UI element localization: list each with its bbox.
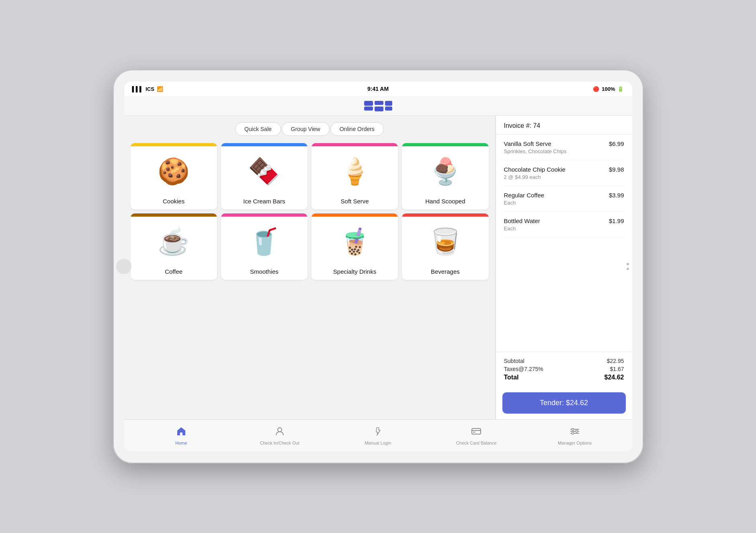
product-card-beverages[interactable]: 🥃 Beverages [402,213,488,280]
coffee-icon: ☕ [158,227,190,257]
product-card-softserve[interactable]: 🍦 Soft Serve [311,143,398,209]
tax-label: Taxes@7.275% [504,366,543,372]
product-card-specialtydrinks[interactable]: 🧋 Specialty Drinks [311,213,398,280]
carrier-label: ICS [145,86,154,92]
checkcardbalance-icon [471,426,481,439]
nav-item-checkin[interactable]: Check In/Check Out [230,426,329,445]
card-image-coffee: ☕ [131,217,217,265]
checkcardbalance-nav-label: Check Card Balance [456,441,497,445]
svg-rect-1 [364,107,373,111]
tab-navigation: Quick Sale Group View Online Orders [131,122,489,136]
bluetooth-icon: 🔴 [593,86,599,92]
svg-point-6 [278,428,282,432]
card-color-bar [131,213,217,217]
item-name-water: Bottled Water [504,217,540,224]
card-image-icecreambars: 🍫 [221,146,307,195]
main-content: Quick Sale Group View Online Orders 🍪 Co… [124,116,632,419]
tender-button[interactable]: Tender: $24.62 [502,392,626,414]
item-price-water: $1.99 [609,217,624,224]
invoice-item-row: Bottled Water $1.99 [504,217,624,224]
tab-online-orders[interactable]: Online Orders [330,122,384,136]
bottom-navigation: Home Check In/Check Out Manual Logi [124,419,632,451]
product-card-cookies[interactable]: 🍪 Cookies [131,143,217,209]
card-color-bar [221,213,307,217]
svg-point-15 [572,432,574,434]
beverages-icon: 🥃 [429,227,461,257]
item-desc-coffee: Each [504,200,624,206]
card-image-specialtydrinks: 🧋 [311,217,398,265]
card-color-bar [402,143,488,146]
battery-icon: 🔋 [617,86,624,92]
item-name-vanilla: Vanilla Soft Serve [504,140,551,147]
item-name-cookie: Chocolate Chip Cookie [504,166,565,173]
product-card-smoothies[interactable]: 🥤 Smoothies [221,213,307,280]
status-time: 9:41 AM [367,86,389,92]
logo-svg [364,100,392,111]
ipad-screen: ▌▌▌ ICS 📶 9:41 AM 🔴 100% 🔋 [124,82,632,451]
checkin-icon [275,426,285,439]
checkin-nav-label: Check In/Check Out [260,441,299,445]
status-left: ▌▌▌ ICS 📶 [132,86,163,92]
scroll-dot-1 [627,263,629,265]
handscooped-icon: 🍨 [429,156,461,187]
product-label-icecreambars: Ice Cream Bars [221,195,307,209]
tab-quick-sale[interactable]: Quick Sale [235,122,281,136]
manuallogin-icon [373,426,383,439]
total-row: Total $24.62 [504,374,624,381]
ipad-frame: ▌▌▌ ICS 📶 9:41 AM 🔴 100% 🔋 [113,70,643,463]
wifi-icon: 📶 [157,86,163,92]
tab-group-view[interactable]: Group View [282,122,330,136]
svg-rect-0 [364,101,373,106]
invoice-item-row: Chocolate Chip Cookie $9.98 [504,166,624,173]
product-card-icecreambars[interactable]: 🍫 Ice Cream Bars [221,143,307,209]
nav-item-checkcardbalance[interactable]: Check Card Balance [427,426,526,445]
product-label-smoothies: Smoothies [221,265,307,280]
status-right: 🔴 100% 🔋 [593,86,624,92]
product-card-handscooped[interactable]: 🍨 Hand Scooped [402,143,488,209]
manageroptions-icon [570,426,580,439]
scroll-indicators [627,263,629,270]
total-label: Total [504,374,519,381]
invoice-items: Vanilla Soft Serve $6.99 Sprinkles, Choc… [496,135,632,352]
nav-item-manuallogin[interactable]: Manual Login [329,426,427,445]
svg-rect-7 [472,428,481,434]
total-value: $24.62 [604,374,624,381]
scroll-dot-2 [627,268,629,270]
card-color-bar [402,213,488,217]
signal-bars-icon: ▌▌▌ [132,86,143,92]
cookies-icon: 🍪 [158,156,190,187]
card-color-bar [311,143,398,146]
card-image-softserve: 🍦 [311,146,398,195]
svg-point-14 [576,430,578,432]
invoice-item-row: Vanilla Soft Serve $6.99 [504,140,624,147]
logo-bar [124,96,632,116]
manageroptions-nav-label: Manager Options [558,441,592,445]
nav-item-home[interactable]: Home [132,426,231,445]
item-price-vanilla: $6.99 [609,140,624,147]
svg-point-13 [572,428,574,430]
card-image-cookies: 🍪 [131,146,217,195]
product-card-coffee[interactable]: ☕ Coffee [131,213,217,280]
tax-value: $1.67 [610,366,624,372]
home-button[interactable] [116,259,131,274]
item-price-cookie: $9.98 [609,166,624,173]
invoice-item-vanilla: Vanilla Soft Serve $6.99 Sprinkles, Choc… [504,135,624,160]
left-panel: Quick Sale Group View Online Orders 🍪 Co… [124,116,496,419]
manuallogin-nav-label: Manual Login [365,441,391,445]
invoice-item-water: Bottled Water $1.99 Each [504,212,624,238]
home-icon [176,426,186,439]
item-desc-cookie: 2 @ $4.99 each [504,174,624,180]
softserve-icon: 🍦 [339,156,371,187]
card-color-bar [311,213,398,217]
card-image-beverages: 🥃 [402,217,488,265]
card-image-handscooped: 🍨 [402,146,488,195]
card-color-bar [221,143,307,146]
nav-item-manageroptions[interactable]: Manager Options [526,426,624,445]
home-nav-label: Home [175,441,187,445]
product-grid: 🍪 Cookies 🍫 Ice Cream Bars [131,143,489,280]
subtotal-value: $22.95 [607,358,624,364]
product-label-coffee: Coffee [131,265,217,280]
invoice-item-row: Regular Coffee $3.99 [504,192,624,199]
status-bar: ▌▌▌ ICS 📶 9:41 AM 🔴 100% 🔋 [124,82,632,96]
card-color-bar [131,143,217,146]
